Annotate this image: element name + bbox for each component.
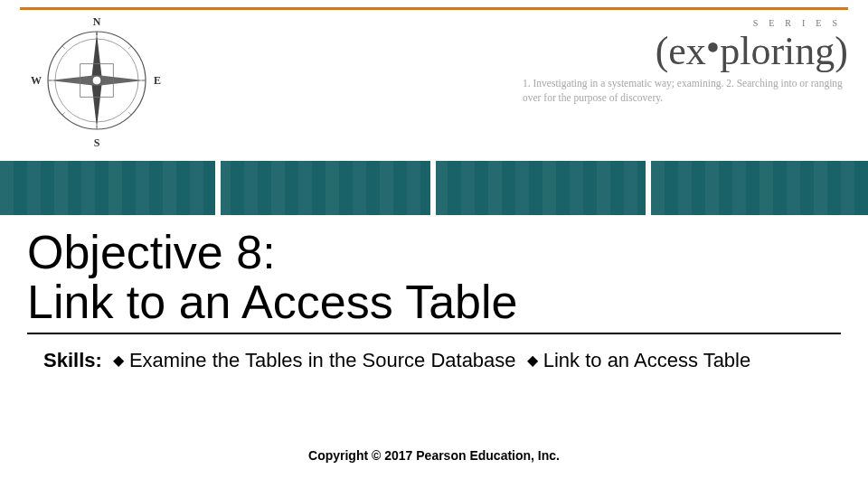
series-label: SERIES: [486, 18, 848, 28]
compass-w: W: [31, 74, 42, 87]
brand-close-paren: ): [835, 29, 848, 73]
band-divider: [215, 161, 221, 215]
brand-prefix: ex: [668, 29, 706, 73]
branding-block: SERIES (ex•ploring) 1. Investigating in …: [486, 18, 848, 105]
compass-s: S: [94, 136, 100, 148]
header: N E S W SERIES (ex•ploring) 1. Investiga…: [20, 13, 848, 157]
compass-image: N E S W: [20, 13, 174, 157]
svg-line-8: [62, 46, 65, 49]
svg-line-7: [128, 46, 131, 49]
skill-item-2: Link to an Access Table: [543, 349, 751, 371]
brand-wordmark: (ex•ploring): [486, 32, 848, 71]
decorative-band: [0, 161, 868, 215]
svg-point-14: [92, 76, 101, 85]
footer-copyright: Copyright © 2017 Pearson Education, Inc.: [0, 448, 868, 463]
compass-n: N: [93, 15, 101, 28]
brand-dot-icon: •: [706, 28, 720, 68]
title-line-2: Link to an Access Table: [27, 277, 841, 327]
brand-open-paren: (: [656, 29, 669, 73]
diamond-bullet-icon: ◆: [113, 352, 124, 369]
brand-definition: 1. Investigating in a systematic way; ex…: [486, 77, 848, 105]
svg-line-9: [128, 112, 131, 115]
band-divider: [646, 161, 651, 215]
top-rule: [20, 7, 848, 10]
skills-line: Skills: ◆Examine the Tables in the Sourc…: [43, 349, 846, 372]
svg-line-10: [62, 112, 65, 115]
compass-rose-icon: N E S W: [29, 13, 165, 148]
title-underline: [27, 333, 841, 334]
title-line-1: Objective 8:: [27, 228, 841, 277]
compass-e: E: [154, 74, 161, 87]
skills-label: Skills:: [43, 349, 102, 371]
band-divider: [430, 161, 436, 215]
brand-suffix: ploring: [720, 29, 835, 73]
slide: N E S W SERIES (ex•ploring) 1. Investiga…: [0, 0, 868, 488]
title-block: Objective 8: Link to an Access Table: [27, 228, 841, 334]
diamond-bullet-icon: ◆: [527, 352, 538, 369]
skill-item-1: Examine the Tables in the Source Databas…: [129, 349, 516, 371]
